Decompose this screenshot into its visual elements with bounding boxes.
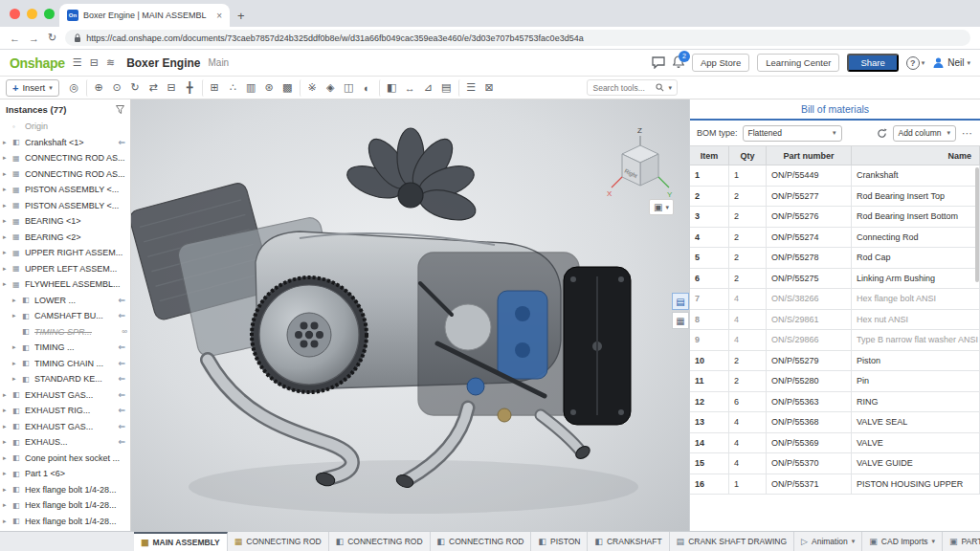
more-options-icon[interactable]: ⋯ xyxy=(962,127,973,140)
instance-row[interactable]: STANDARD KE... xyxy=(0,371,130,387)
view-options-button[interactable] xyxy=(649,199,674,215)
expand-chevron-icon[interactable] xyxy=(3,486,10,494)
bom-panel-toggle-button[interactable] xyxy=(672,293,689,310)
instance-row[interactable]: CONNECTING ROD AS... xyxy=(0,150,130,166)
learning-center-button[interactable]: Learning Center xyxy=(757,54,839,72)
instance-row[interactable]: LOWER ... xyxy=(0,293,130,309)
bom-row[interactable]: 10 2 ON/P/55279 Piston xyxy=(690,351,980,372)
bom-row[interactable]: 6 2 ON/P/55275 Linking Arm Bushing xyxy=(690,269,980,290)
bom-row[interactable]: 2 2 ON/P/55277 Rod Bearing Insert Top xyxy=(690,187,980,208)
expand-chevron-icon[interactable] xyxy=(12,375,19,383)
bom-row[interactable]: 11 2 ON/P/55280 Pin xyxy=(690,371,980,392)
document-tab[interactable]: CAD Imports xyxy=(862,532,943,551)
linear-pattern-icon[interactable]: ▥ xyxy=(242,79,260,97)
instance-row[interactable]: PISTON ASSEMBLY <... xyxy=(0,198,130,214)
expand-chevron-icon[interactable] xyxy=(3,423,10,430)
document-tab[interactable]: CONNECTING ROD xyxy=(329,532,431,551)
bom-table-icon[interactable]: ☰ xyxy=(458,79,480,97)
appearance-icon[interactable]: ◎ xyxy=(65,79,83,97)
instance-row[interactable]: Origin xyxy=(0,119,130,135)
document-tab[interactable]: CRANKSHAFT xyxy=(588,532,669,551)
expand-chevron-icon[interactable] xyxy=(3,233,10,241)
circular-pattern-icon[interactable]: ⊛ xyxy=(260,79,278,97)
bom-type-select[interactable]: Flattened xyxy=(743,125,842,142)
comment-icon[interactable] xyxy=(652,56,665,69)
insert-button[interactable]: + Insert xyxy=(6,79,59,97)
document-tab[interactable]: MAIN ASSEMBLY xyxy=(134,532,228,551)
expand-chevron-icon[interactable] xyxy=(3,438,10,446)
measure-icon[interactable]: ↔ xyxy=(401,79,419,97)
instance-row[interactable]: Crankshaft <1> xyxy=(0,135,130,151)
expand-chevron-icon[interactable] xyxy=(3,280,10,288)
expand-chevron-icon[interactable] xyxy=(3,470,10,477)
instance-row[interactable]: UPPER RIGHT ASSEM... xyxy=(0,245,130,261)
expand-chevron-icon[interactable] xyxy=(3,186,10,193)
mate-connector-icon[interactable]: ╋ xyxy=(181,79,199,97)
bom-row[interactable]: 4 2 ON/P/55274 Connecting Rod xyxy=(690,228,980,249)
add-column-button[interactable]: Add column xyxy=(893,125,956,142)
document-tab[interactable]: PARTS xyxy=(943,532,980,551)
document-tab[interactable]: CONNECTING ROD xyxy=(431,532,532,551)
document-tab[interactable]: PISTON xyxy=(531,532,588,551)
expand-chevron-icon[interactable] xyxy=(12,297,19,304)
tab-close-icon[interactable]: × xyxy=(216,11,222,21)
reload-icon[interactable]: ↻ xyxy=(48,32,56,44)
versions-icon[interactable]: ≋ xyxy=(106,56,115,69)
instance-row[interactable]: EXHAUST GAS... xyxy=(0,419,130,435)
group-icon[interactable]: ⊞ xyxy=(202,79,224,97)
bom-row[interactable]: 15 4 ON/P/55370 VALVE GUIDE xyxy=(690,453,980,474)
expand-chevron-icon[interactable] xyxy=(12,312,19,320)
expand-chevron-icon[interactable] xyxy=(3,217,10,225)
bom-row[interactable]: 1 1 ON/P/55449 Crankshaft xyxy=(690,165,980,187)
search-tools[interactable] xyxy=(587,79,678,96)
panels-icon[interactable]: ⊟ xyxy=(90,56,99,69)
instance-row[interactable]: Part 1 <6> xyxy=(0,466,130,482)
instance-row[interactable]: Hex flange bolt 1/4-28... xyxy=(0,482,130,498)
mate-relation-icon[interactable]: ∴ xyxy=(224,79,242,97)
close-window-button[interactable] xyxy=(10,9,20,19)
workspace-name[interactable]: Main xyxy=(208,57,229,68)
bom-row[interactable]: 8 4 ON/S/29861 Hex nut ANSI xyxy=(690,310,980,331)
expand-chevron-icon[interactable] xyxy=(3,454,10,462)
bom-row[interactable]: 5 2 ON/P/55278 Rod Cap xyxy=(690,248,980,269)
named-positions-icon[interactable]: ◫ xyxy=(340,79,358,97)
expand-chevron-icon[interactable] xyxy=(3,139,10,146)
expand-chevron-icon[interactable] xyxy=(3,170,10,178)
document-tab[interactable]: Animation xyxy=(794,532,862,551)
url-field[interactable]: https://cad.onshape.com/documents/73caeb… xyxy=(65,30,970,46)
fastened-mate-icon[interactable]: ⊙ xyxy=(108,79,126,97)
instance-row[interactable]: EXHAUST GAS... xyxy=(0,387,130,404)
app-store-button[interactable]: App Store xyxy=(692,54,749,72)
notifications-button[interactable]: 2 xyxy=(673,55,684,72)
mass-properties-icon[interactable]: ⊿ xyxy=(419,79,437,97)
expand-chevron-icon[interactable] xyxy=(3,249,10,256)
bom-row[interactable]: 14 4 ON/P/55369 VALVE xyxy=(690,433,980,454)
minimize-window-button[interactable] xyxy=(27,9,37,19)
revolute-mate-icon[interactable]: ↻ xyxy=(126,79,145,97)
help-menu-button[interactable]: ? xyxy=(906,56,925,70)
expand-chevron-icon[interactable] xyxy=(3,407,10,414)
mate-icon[interactable]: ⊕ xyxy=(86,79,108,97)
bom-row[interactable]: 3 2 ON/P/55276 Rod Bearing Insert Bottom xyxy=(690,207,980,228)
instance-row[interactable]: EXHAUST RIG... xyxy=(0,403,130,419)
document-tab[interactable]: CRANK SHAFT DRAWING xyxy=(670,532,794,551)
instance-row[interactable]: UPPER LEFT ASSEM... xyxy=(0,261,130,277)
snapshot-icon[interactable]: ◈ xyxy=(322,79,340,97)
bom-row[interactable]: 16 1 ON/P/55371 PISTON HOUSING UPPER xyxy=(690,474,980,496)
document-tab[interactable]: CONNECTING ROD xyxy=(228,532,329,551)
bom-row[interactable]: 7 4 ON/S/38266 Hex flange bolt ANSI xyxy=(690,289,980,310)
browser-tab[interactable]: On Boxer Engine | MAIN ASSEMBL × xyxy=(59,4,230,27)
instance-row[interactable]: TIMING CHAIN ... xyxy=(0,356,130,372)
bom-row[interactable]: 12 6 ON/P/55363 RING xyxy=(690,392,980,413)
instance-row[interactable]: CAMSHAFT BU... xyxy=(0,308,130,324)
onshape-logo[interactable]: Onshape xyxy=(10,55,65,71)
bom-row[interactable]: 13 4 ON/P/55368 VALVE SEAL xyxy=(690,412,980,433)
instance-row[interactable]: Cone point hex socket ... xyxy=(0,451,130,467)
expand-chevron-icon[interactable] xyxy=(3,518,10,525)
instance-row[interactable]: FLYWHEEL ASSEMBL... xyxy=(0,276,130,293)
comment-tool-icon[interactable]: ⊠ xyxy=(480,79,499,97)
share-button[interactable]: Share xyxy=(847,54,898,72)
column-header-item[interactable]: Item xyxy=(690,146,729,165)
back-icon[interactable]: ← xyxy=(10,33,20,44)
expand-chevron-icon[interactable] xyxy=(3,202,10,209)
